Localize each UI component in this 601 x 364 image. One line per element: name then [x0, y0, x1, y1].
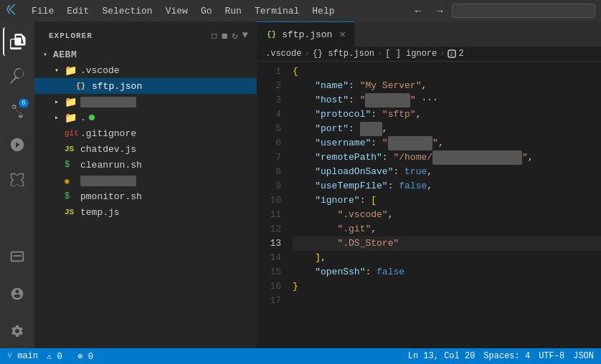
code-line-17	[293, 294, 601, 308]
redacted-folder-label	[80, 97, 136, 107]
breadcrumb-ignore[interactable]: [ ] ignore	[385, 49, 437, 59]
dot-indicator	[89, 115, 95, 120]
git-file-icon: git	[65, 129, 76, 138]
tab-icon: {}	[267, 30, 276, 39]
sidebar-item-sftp-json[interactable]: ▸ {} sftp.json	[34, 78, 257, 94]
refresh-button[interactable]: ↻	[232, 29, 237, 42]
code-line-8: "uploadOnSave": true,	[293, 165, 601, 179]
menu-view[interactable]: View	[160, 4, 194, 18]
code-line-1: {	[293, 64, 601, 79]
js-file-icon2: JS	[65, 208, 76, 216]
editor-area: {} sftp.json ✕ .vscode › {} sftp.json › …	[257, 21, 601, 348]
chevron-right-icon: ▸	[55, 97, 62, 106]
tab-close-button[interactable]: ✕	[338, 29, 346, 40]
command-search-input[interactable]	[452, 4, 595, 18]
menu-selection[interactable]: Selection	[96, 4, 158, 18]
redacted-host	[365, 93, 410, 107]
code-line-2: "name": "My Server",	[293, 79, 601, 93]
source-control-badge: 6	[19, 99, 29, 107]
sidebar-actions: ◻ ◼ ↻ ▼	[211, 29, 248, 42]
activity-bar: 6	[0, 21, 34, 348]
settings-activity-icon[interactable]	[3, 317, 32, 345]
breadcrumb-sftp[interactable]: {} sftp.json	[313, 49, 374, 59]
code-line-10: "ignore": [	[293, 193, 601, 208]
sidebar-item-dot-folder[interactable]: ▸ 📁 .	[34, 110, 257, 125]
chevron-down-icon: ▾	[43, 50, 50, 59]
code-line-6: "username": " ",	[293, 136, 601, 150]
sidebar-item-redacted1[interactable]: ▸ 📁	[34, 94, 257, 110]
js-file-icon: JS	[65, 145, 76, 153]
nav-controls: ← →	[409, 4, 595, 18]
collapse-button[interactable]: ▼	[242, 29, 248, 42]
code-area[interactable]: 1 2 3 4 5 6 7 8 9 10 11 12 13 14 15 16 1…	[257, 62, 601, 348]
folder-icon: 📁	[65, 96, 76, 108]
redacted-username	[388, 136, 432, 150]
sidebar-title: EXPLORER	[49, 32, 93, 40]
redacted-port	[360, 122, 382, 136]
new-file-button[interactable]: ◻	[211, 29, 217, 42]
code-line-7: "remotePath": "/home/ ",	[293, 150, 601, 165]
git-branch-status[interactable]: ⑂ main	[7, 351, 38, 361]
code-line-11: ".vscode",	[293, 208, 601, 222]
code-line-5: "port": ,	[293, 122, 601, 136]
menu-terminal[interactable]: Terminal	[249, 4, 305, 18]
temp-label: temp.js	[80, 207, 120, 218]
status-left: ⑂ main ⚠ 0 ⊗ 0	[7, 351, 93, 362]
folder-icon: 📁	[65, 112, 76, 124]
cleanrun-label: cleanrun.sh	[80, 160, 142, 171]
nav-forward-button[interactable]: →	[430, 4, 449, 18]
menu-edit[interactable]: Edit	[61, 4, 95, 18]
sidebar-item-gitignore[interactable]: ▸ git .gitignore	[34, 125, 257, 141]
line-numbers: 1 2 3 4 5 6 7 8 9 10 11 12 13 14 15 16 1…	[257, 64, 293, 348]
sidebar-item-vscode[interactable]: ▾ 📁 .vscode	[34, 62, 257, 78]
menu-run[interactable]: Run	[219, 4, 247, 18]
chevron-right-icon: ▸	[55, 113, 62, 122]
sh-file-icon2: $	[65, 191, 76, 201]
tab-sftp-json[interactable]: {} sftp.json ✕	[257, 21, 355, 47]
status-right: Ln 13, Col 20 Spaces: 4 UTF-8 JSON	[408, 351, 594, 361]
cursor-position-status[interactable]: Ln 13, Col 20	[408, 351, 475, 361]
run-debug-activity-icon[interactable]	[3, 130, 32, 159]
menu-help[interactable]: Help	[306, 4, 340, 18]
menu-file[interactable]: File	[26, 4, 60, 18]
breadcrumb-vscode[interactable]: .vscode	[265, 49, 301, 59]
spaces-status[interactable]: Spaces: 4	[483, 351, 530, 361]
sidebar-root-folder[interactable]: ▾ AEBM	[34, 47, 257, 62]
sidebar-item-pmonitor[interactable]: ▸ $ pmonitor.sh	[34, 188, 257, 204]
json-file-icon: {}	[76, 82, 87, 90]
sidebar-header: EXPLORER ◻ ◼ ↻ ▼	[34, 21, 257, 47]
code-line-13: ".DS_Store"	[293, 236, 601, 251]
chevron-down-icon: ▾	[55, 66, 62, 75]
root-folder-label: AEBM	[53, 49, 77, 60]
pmonitor-label: pmonitor.sh	[80, 191, 142, 202]
code-line-9: "useTempFile": false,	[293, 179, 601, 193]
encoding-status[interactable]: UTF-8	[539, 351, 564, 361]
remote-explorer-activity-icon[interactable]	[3, 242, 32, 271]
sidebar-item-redacted2[interactable]: ▸ ◉	[34, 173, 257, 188]
errors-warnings-status[interactable]: ⚠ 0 ⊗ 0	[47, 351, 93, 362]
redacted-file-label	[80, 176, 136, 186]
menu-go[interactable]: Go	[195, 4, 218, 18]
breadcrumb-num[interactable]: 2 2	[448, 49, 463, 59]
accounts-activity-icon[interactable]	[3, 279, 32, 308]
sidebar-item-cleanrun[interactable]: ▸ $ cleanrun.sh	[34, 157, 257, 173]
redacted-path	[432, 150, 522, 165]
tab-label: sftp.json	[282, 29, 332, 40]
sidebar-item-temp[interactable]: ▸ JS temp.js	[34, 204, 257, 220]
code-lines: { "name": "My Server", "host": " " ··· "…	[293, 64, 601, 348]
breadcrumb: .vscode › {} sftp.json › [ ] ignore › 2 …	[257, 47, 601, 62]
code-line-12: ".git",	[293, 222, 601, 236]
source-control-activity-icon[interactable]: 6	[3, 96, 32, 125]
chatdev-label: chatdev.js	[80, 144, 136, 155]
new-folder-button[interactable]: ◼	[222, 29, 227, 42]
nav-back-button[interactable]: ←	[409, 4, 427, 18]
sftp-json-label: sftp.json	[92, 81, 142, 92]
sidebar-item-chatdev[interactable]: ▸ JS chatdev.js	[34, 141, 257, 157]
file-tree: ▾ AEBM ▾ 📁 .vscode ▸ {} sftp.json ▸ 📁	[34, 47, 257, 348]
search-activity-icon[interactable]	[3, 62, 32, 90]
extensions-activity-icon[interactable]	[3, 165, 32, 193]
explorer-activity-icon[interactable]	[3, 27, 32, 56]
language-mode-status[interactable]: JSON	[573, 351, 594, 361]
app-logo	[6, 3, 19, 19]
breadcrumb-sep1: ›	[304, 49, 309, 59]
